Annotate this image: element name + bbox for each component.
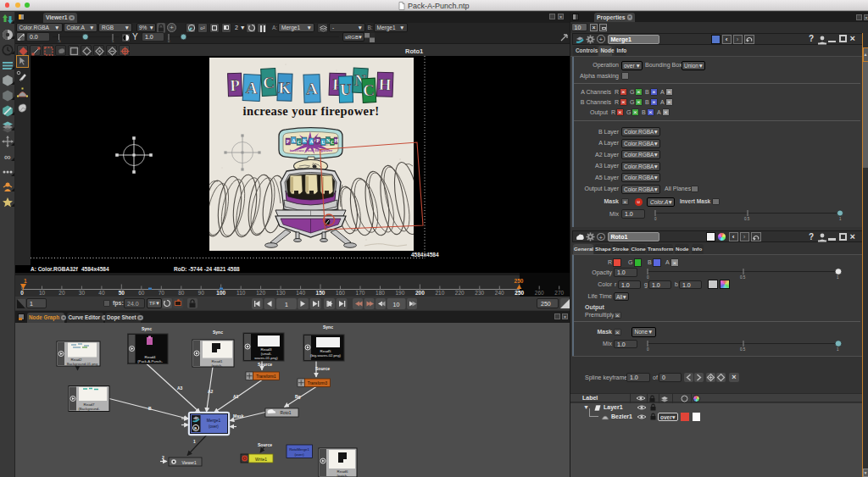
svg-text:-5: -5 [58,39,61,43]
svg-text:270: 270 [554,290,564,296]
svg-text:10: 10 [393,302,400,308]
svg-text:Sync: Sync [213,330,223,335]
svg-text:70: 70 [159,290,165,296]
svg-text:200: 200 [415,290,425,296]
svg-text:A2: A2 [208,389,214,394]
svg-text:(patch-: (patch- [337,474,348,477]
svg-text:Source: Source [315,366,330,371]
svg-text:∞: ∞ [4,152,11,162]
svg-text:0: 0 [654,217,657,221]
svg-text:(big-waves-02.png): (big-waves-02.png) [310,353,341,358]
svg-text:Source: Source [258,362,272,367]
svg-text:1: 1 [285,302,288,308]
svg-text:A1: A1 [233,394,239,399]
svg-text:0.5: 0.5 [744,217,750,221]
svg-text:Transform3: Transform3 [308,381,328,385]
svg-text:0.5: 0.5 [740,347,746,352]
svg-text:(Background-: (Background- [78,407,100,411]
svg-text:240: 240 [495,290,504,296]
svg-text:B: B [148,406,152,411]
svg-text:160: 160 [336,290,345,296]
svg-text:250: 250 [515,290,524,296]
svg-text:(patch-: (patch- [211,363,223,368]
svg-text:Sync: Sync [142,326,152,331]
svg-text:30: 30 [79,290,86,296]
svg-text:0.5: 0.5 [740,275,746,280]
svg-text:(Pack-A-Punch-: (Pack-A-Punch- [137,359,163,363]
svg-text:Source: Source [258,442,272,447]
svg-text:220: 220 [455,290,465,296]
svg-text:140: 140 [296,290,305,296]
svg-text:1: 1 [193,439,196,444]
svg-text:100: 100 [216,290,225,296]
svg-text:0: 0 [168,39,170,43]
svg-text:1: 1 [24,278,27,284]
svg-text:60: 60 [138,290,145,296]
svg-text:Roto1: Roto1 [281,411,292,415]
svg-text:1: 1 [837,347,839,352]
svg-text:Background-01.png: Background-01.png [67,362,98,366]
svg-text:2: 2 [162,455,164,460]
svg-text:0: 0 [20,290,24,296]
svg-text:110: 110 [236,290,246,296]
svg-text:180: 180 [376,290,385,296]
svg-text:0: 0 [647,347,649,352]
svg-text:5: 5 [112,39,114,43]
svg-text:Transform1: Transform1 [256,374,276,379]
svg-text:4584x4584: 4584x4584 [411,252,439,258]
svg-text:230: 230 [475,290,484,296]
svg-text:A3: A3 [177,385,183,391]
svg-text:20: 20 [58,290,65,296]
svg-text:130: 130 [276,290,286,296]
svg-text:waves-01.png): waves-01.png) [254,356,278,360]
svg-text:(over): (over) [294,452,304,457]
svg-text:40: 40 [98,290,105,296]
svg-text:Viewer1: Viewer1 [181,461,197,465]
svg-text:Sync: Sync [323,324,333,330]
svg-text:10: 10 [39,290,46,296]
svg-text:Write1: Write1 [255,458,267,462]
svg-text:50: 50 [119,290,125,296]
svg-text:90: 90 [198,290,205,296]
svg-text:1: 1 [839,217,842,221]
svg-text:Merge1: Merge1 [207,419,221,423]
svg-text:(over): (over) [209,424,219,429]
svg-text:190: 190 [395,290,404,296]
svg-text:80: 80 [178,290,185,296]
svg-text:120: 120 [256,290,265,296]
svg-text:210: 210 [435,290,444,296]
svg-text:Bg: Bg [295,394,301,399]
svg-text:RotoMerge1: RotoMerge1 [289,447,309,452]
svg-text:250: 250 [515,278,524,284]
svg-text:170: 170 [356,290,365,296]
svg-text:Mask: Mask [233,413,244,419]
svg-text:0: 0 [647,275,649,280]
svg-text:150: 150 [316,290,326,296]
svg-text:260: 260 [535,290,544,296]
svg-text:1: 1 [837,275,839,280]
